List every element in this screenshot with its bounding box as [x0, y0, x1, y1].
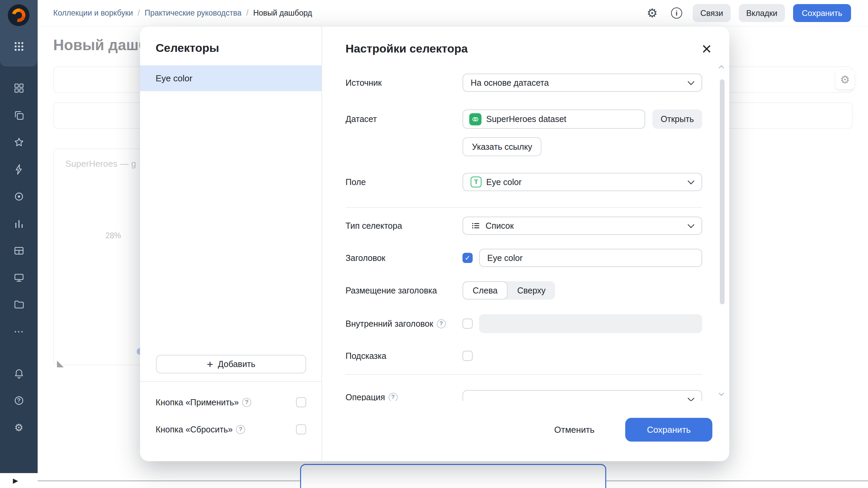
chevron-down-icon: [688, 79, 694, 85]
inner-title-label-row: Внутренний заголовок ?: [346, 319, 446, 329]
screen: Новый дашборд ⚙ SuperHeroes — g 28%: [0, 0, 868, 488]
target-icon[interactable]: [0, 190, 38, 203]
placement-left-segment[interactable]: Слева: [462, 281, 508, 300]
breadcrumb-guides[interactable]: Практические руководства: [144, 8, 241, 18]
play-icon[interactable]: ▶: [13, 476, 18, 485]
field-label-row: Поле: [346, 177, 366, 187]
type-label-row: Тип селектора: [346, 221, 402, 231]
tabs-button[interactable]: Вкладки: [739, 4, 785, 22]
breadcrumb-current: Новый дашборд: [253, 8, 312, 18]
help-icon[interactable]: ?: [242, 398, 251, 407]
cancel-button[interactable]: Отменить: [546, 419, 603, 441]
form-divider: [346, 207, 702, 208]
top-bar: Коллекции и воркбуки / Практические руко…: [0, 0, 868, 26]
scrollbar-thumb[interactable]: [720, 79, 725, 304]
table-icon[interactable]: [0, 244, 38, 258]
help-icon[interactable]: ?: [389, 393, 398, 401]
field-label: Поле: [346, 177, 366, 187]
breadcrumb: Коллекции и воркбуки / Практические руко…: [53, 8, 312, 18]
operation-label: Операция: [346, 392, 385, 401]
grid-icon[interactable]: [0, 81, 38, 95]
gear-icon[interactable]: ⚙: [0, 421, 38, 434]
apply-button-label: Кнопка «Применить»: [156, 398, 239, 407]
selectors-panel-title: Селекторы: [156, 41, 219, 55]
folder-icon[interactable]: [0, 298, 38, 311]
inner-title-input-disabled: [479, 314, 702, 333]
inner-title-label: Внутренний заголовок: [346, 319, 433, 329]
title-input[interactable]: [479, 249, 702, 267]
title-placement-segmented: Слева Сверху: [462, 281, 555, 300]
placement-top-segment[interactable]: Сверху: [508, 281, 555, 300]
ellipsis-icon[interactable]: ⋯: [0, 325, 38, 338]
scroll-up-icon[interactable]: [719, 65, 724, 70]
list-icon: [471, 221, 481, 231]
help-icon[interactable]: ?: [437, 319, 446, 328]
lightning-icon[interactable]: [0, 163, 38, 176]
placement-label-row: Размещение заголовка: [346, 285, 437, 296]
help-icon[interactable]: ?: [236, 425, 245, 434]
specify-link-button[interactable]: Указать ссылку: [462, 137, 541, 156]
settings-title: Настройки селектора: [346, 42, 468, 55]
source-select[interactable]: На основе датасета: [462, 74, 702, 92]
logo-swirl: [9, 6, 28, 25]
dataset-label: Датасет: [346, 114, 377, 124]
bell-icon[interactable]: [0, 367, 38, 380]
chevron-down-icon: [688, 222, 694, 228]
type-select-value: Список: [486, 221, 514, 231]
type-label: Тип селектора: [346, 221, 402, 231]
title-label-row: Заголовок: [346, 253, 386, 263]
dataset-name: SuperHeroes dataset: [486, 114, 566, 124]
chevron-down-icon: [688, 395, 694, 401]
breadcrumb-collections[interactable]: Коллекции и воркбуки: [53, 8, 133, 18]
star-icon[interactable]: [0, 136, 38, 149]
dataset-field[interactable]: SuperHeroes dataset: [462, 109, 645, 129]
open-dataset-button[interactable]: Открыть: [652, 109, 702, 129]
info-icon: i: [671, 7, 682, 19]
breadcrumb-separator: /: [246, 8, 248, 18]
monitor-icon[interactable]: [0, 271, 38, 285]
selector-type-select[interactable]: Список: [462, 217, 702, 235]
source-label-row: Источник: [346, 78, 382, 88]
bar-chart-icon[interactable]: [0, 217, 38, 230]
datalens-logo[interactable]: [8, 4, 29, 26]
apply-button-row: Кнопка «Применить» ?: [156, 393, 306, 411]
header-actions: ⚙ i Связи Вкладки Сохранить: [644, 4, 851, 22]
field-select[interactable]: T Eye color: [462, 173, 702, 191]
links-button[interactable]: Связи: [693, 4, 730, 22]
breadcrumb-separator: /: [138, 8, 140, 18]
settings-form: Источник На основе датасета Датасет Supe…: [323, 60, 729, 401]
selector-list-item[interactable]: Eye color: [140, 65, 321, 91]
info-button[interactable]: i: [668, 5, 685, 21]
close-icon[interactable]: ×: [698, 40, 715, 58]
chevron-down-icon: [688, 178, 694, 184]
plus-icon: +: [207, 359, 213, 370]
operation-select[interactable]: [462, 390, 702, 401]
selectors-group-widget[interactable]: [300, 464, 606, 488]
reset-button-row: Кнопка «Сбросить» ?: [156, 420, 306, 439]
sidebar: ⋯ ? ⚙ ▶: [0, 0, 38, 488]
apply-button-checkbox[interactable]: [296, 397, 306, 407]
modal-save-button[interactable]: Сохранить: [625, 418, 712, 442]
placement-label: Размещение заголовка: [346, 285, 437, 296]
copy-icon[interactable]: [0, 108, 38, 122]
selectors-list-panel: Селекторы Eye color + Добавить Кнопка «П…: [140, 26, 322, 461]
hint-label: Подсказка: [346, 351, 386, 361]
hint-checkbox[interactable]: [462, 351, 473, 361]
string-type-icon: T: [471, 177, 481, 187]
reset-button-checkbox[interactable]: [296, 424, 306, 434]
apps-grid-icon[interactable]: [0, 40, 38, 53]
inner-title-checkbox[interactable]: [462, 319, 473, 329]
reset-button-label: Кнопка «Сбросить»: [156, 425, 233, 434]
settings-button[interactable]: ⚙: [644, 5, 660, 21]
left-panel-divider: [140, 381, 321, 382]
scroll-down-icon[interactable]: [719, 391, 724, 395]
save-button[interactable]: Сохранить: [793, 4, 851, 22]
field-select-value: Eye color: [486, 177, 521, 187]
source-label: Источник: [346, 78, 382, 88]
question-icon[interactable]: ?: [0, 394, 38, 407]
title-checkbox[interactable]: ✓: [462, 253, 473, 263]
operation-label-row: Операция ?: [346, 392, 398, 401]
add-selector-button[interactable]: + Добавить: [156, 355, 306, 373]
form-divider: [346, 374, 702, 375]
add-selector-label: Добавить: [218, 359, 256, 369]
